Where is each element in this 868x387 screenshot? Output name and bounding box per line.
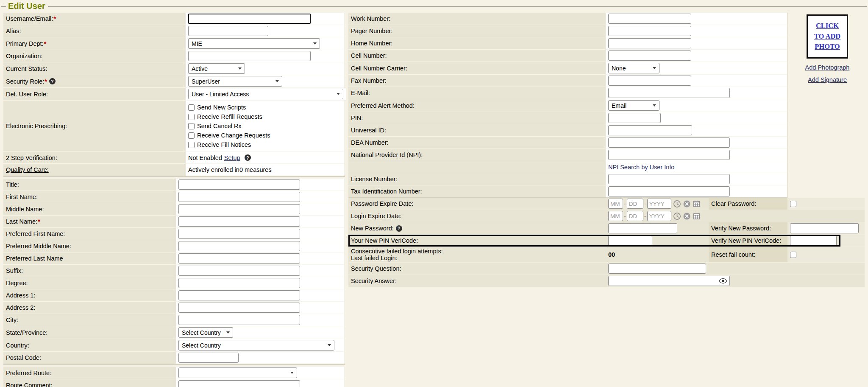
password-expire-date-mm-input[interactable] <box>608 199 623 209</box>
universal-id-input[interactable] <box>608 125 692 135</box>
degree-input[interactable] <box>178 278 300 288</box>
cell-number-carrier-select[interactable]: None <box>608 63 659 73</box>
receive-change-requests-checkbox[interactable] <box>188 132 195 139</box>
e-mail-label-cell: E-Mail: <box>348 87 606 99</box>
verify-new-pin-vericode-input[interactable] <box>790 236 837 246</box>
clear-date-icon[interactable] <box>683 200 691 208</box>
middle-name-label-cell: Middle Name: <box>3 203 176 215</box>
preferred-first-name-input[interactable] <box>178 229 300 239</box>
quality-of-care-label-text[interactable]: Quality of Care: <box>6 166 49 173</box>
fax-number-input[interactable] <box>608 76 691 86</box>
login-expire-date-yyyy-input[interactable] <box>647 211 671 221</box>
def-user-role-select[interactable]: User - Limited Access <box>188 89 343 99</box>
security-answer-label: Security Answer: <box>351 278 397 284</box>
pin-vericode-input[interactable] <box>608 236 652 246</box>
required-asterisk: * <box>38 218 40 225</box>
help-icon[interactable]: ? <box>245 154 251 161</box>
tax-identification-number-input[interactable] <box>608 186 730 196</box>
send-new-scripts-checkbox-item[interactable]: Send New Scripts <box>188 103 270 112</box>
username-email-input[interactable] <box>188 14 311 24</box>
help-icon[interactable]: ? <box>396 225 402 232</box>
receive-fill-notices-checkbox[interactable] <box>188 142 195 148</box>
middle-name-input[interactable] <box>178 204 300 214</box>
cell-number-row: Cell Number: <box>348 50 787 62</box>
quality-of-care-label-cell: Quality of Care: <box>3 164 186 176</box>
last-name-input[interactable] <box>178 216 300 227</box>
npi-search-link[interactable]: NPI Search by User Info <box>608 164 674 171</box>
country-select-value: Select Country <box>182 342 221 349</box>
dea-number-input[interactable] <box>608 137 730 148</box>
preferred-last-name-label-text: Preferred Last Name <box>6 255 63 262</box>
eye-icon[interactable] <box>719 278 727 284</box>
failed-logins-label: Consecutive failed login attempts: <box>351 248 443 255</box>
current-status-select[interactable]: Active <box>188 63 245 74</box>
setup-link[interactable]: Setup <box>224 154 240 161</box>
organization-input[interactable] <box>188 51 311 61</box>
help-icon[interactable]: ? <box>49 78 56 84</box>
e-mail-input[interactable] <box>608 88 730 98</box>
postal-code-input[interactable] <box>178 353 239 363</box>
pager-number-input[interactable] <box>608 26 691 36</box>
photo-placeholder-line: TO ADD <box>814 31 841 42</box>
work-number-input[interactable] <box>608 14 691 24</box>
preferred-alert-method-select[interactable]: Email <box>608 100 659 111</box>
license-number-input[interactable] <box>608 174 730 184</box>
npi-input[interactable] <box>608 150 730 160</box>
degree-row: Degree: <box>3 277 345 289</box>
universal-id-field <box>606 124 787 136</box>
npi-label-text: National Provider Id (NPI): <box>351 151 423 158</box>
calendar-icon[interactable] <box>693 212 701 220</box>
security-question-input[interactable] <box>608 264 706 274</box>
dea-number-label-cell: DEA Number: <box>348 137 606 149</box>
add-signature-link[interactable]: Add Signature <box>793 76 861 83</box>
login-expire-date-mm-input[interactable] <box>608 211 623 221</box>
password-security-section: Password Expire Date:--Clear Password:Lo… <box>348 198 865 287</box>
pin-input[interactable] <box>608 113 661 123</box>
clock-icon[interactable] <box>673 212 681 220</box>
route-comment-input[interactable] <box>178 380 300 387</box>
send-new-scripts-checkbox[interactable] <box>188 104 195 111</box>
cell-number-input[interactable] <box>608 50 691 61</box>
add-photo-placeholder[interactable]: CLICK TO ADD PHOTO <box>807 14 848 59</box>
preferred-middle-name-input[interactable] <box>178 241 300 251</box>
password-expire-date-dd-input[interactable] <box>627 199 643 209</box>
primary-dept-select[interactable]: MIE <box>188 38 320 49</box>
clear-date-icon[interactable] <box>683 212 691 220</box>
reset-fail-count-checkbox[interactable] <box>790 252 796 258</box>
state-province-select[interactable]: Select Country <box>178 327 233 338</box>
title-input[interactable] <box>178 179 300 190</box>
calendar-icon[interactable] <box>693 200 701 208</box>
password-expire-date-yyyy-input[interactable] <box>647 199 671 209</box>
suffix-input[interactable] <box>178 266 300 276</box>
send-cancel-rx-checkbox-item[interactable]: Send Cancel Rx <box>188 121 270 131</box>
dropdown-arrow-icon <box>328 344 331 346</box>
security-answer-input[interactable] <box>608 276 730 286</box>
fax-number-row: Fax Number: <box>348 75 787 87</box>
send-cancel-rx-checkbox[interactable] <box>188 123 195 129</box>
country-select[interactable]: Select Country <box>178 340 334 351</box>
new-password-input[interactable] <box>608 223 677 233</box>
legend-line-right <box>48 6 867 7</box>
login-expire-date-dd-input[interactable] <box>627 211 643 221</box>
preferred-last-name-input[interactable] <box>178 253 300 264</box>
clock-icon[interactable] <box>673 200 681 208</box>
verify-new-password-input[interactable] <box>790 223 859 233</box>
clear-password-checkbox[interactable] <box>790 201 796 207</box>
receive-refill-requests-checkbox-item[interactable]: Receive Refill Requests <box>188 112 270 121</box>
address-2-input[interactable] <box>178 303 300 313</box>
alias-input[interactable] <box>188 26 268 36</box>
home-number-input[interactable] <box>608 38 691 48</box>
first-name-input[interactable] <box>178 192 300 202</box>
address-1-input[interactable] <box>178 290 300 300</box>
city-input[interactable] <box>178 315 300 325</box>
add-photograph-link[interactable]: Add Photograph <box>793 64 861 71</box>
verify-new-password-label: Verify New Password: <box>711 225 771 232</box>
license-number-label: License Number: <box>351 176 398 182</box>
receive-refill-requests-checkbox[interactable] <box>188 114 195 120</box>
date-separator: - <box>624 200 626 207</box>
receive-fill-notices-checkbox-item[interactable]: Receive Fill Notices <box>188 140 270 149</box>
organization-label-text: Organization: <box>6 53 42 59</box>
preferred-route-select[interactable] <box>178 367 297 378</box>
security-role-select[interactable]: SuperUser <box>188 76 282 87</box>
receive-change-requests-checkbox-item[interactable]: Receive Change Requests <box>188 131 270 140</box>
